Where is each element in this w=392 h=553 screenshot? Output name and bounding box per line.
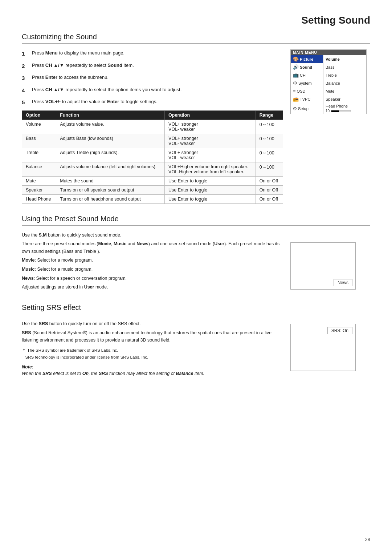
- step-3: 3 Press Enter to access the submenu.: [22, 74, 283, 82]
- section1-main: 1 Press Menu to display the menu main pa…: [22, 49, 283, 204]
- vol-value: 10: [326, 109, 330, 113]
- menu-row-osd: ≡ OSD Mute: [291, 87, 366, 95]
- news-box: News: [290, 242, 356, 290]
- submenu-mute-label: Mute: [326, 89, 334, 93]
- menu-label-osd: OSD: [297, 89, 306, 93]
- srs-p2: SRS (Sound Retrieval System®) is an audi…: [22, 329, 283, 344]
- menu-label-setup: Setup: [298, 106, 309, 111]
- preset-p4: Music: Select for a music program.: [22, 266, 283, 273]
- section2-heading: Using the Preset Sound Mode: [22, 215, 370, 223]
- submenu-volume-label: Volume: [326, 57, 340, 61]
- step-4-num: 4: [22, 86, 30, 95]
- section3-main: Use the SRS button to quickly turn on or…: [22, 320, 283, 377]
- step-2-text: Press CH ▲/▼ repeatedly to select Sound …: [32, 62, 134, 69]
- step-5-text: Press VOL+/- to adjust the value or Ente…: [32, 98, 158, 105]
- range-speaker: On or Off: [256, 185, 283, 194]
- menu-label-ch: CH: [300, 73, 306, 77]
- section1-divider: [22, 43, 370, 44]
- note-label: Note:: [22, 364, 283, 370]
- preset-p5: News: Select for a speech or conversatio…: [22, 275, 283, 282]
- vol-bar: [331, 110, 351, 112]
- table-row: Volume Adjusts volume value. VOL+ strong…: [22, 120, 283, 134]
- page-number: 28: [365, 537, 370, 542]
- step-4-text: Press CH ▲/▼ repeatedly to select the op…: [32, 86, 181, 93]
- vol-fill: [331, 110, 339, 112]
- table-row: Treble Adjusts Treble (high sounds). VOL…: [22, 148, 283, 162]
- srs-box: SRS: On: [290, 324, 356, 371]
- menu-submenu-mute: Mute: [323, 87, 336, 95]
- range-headphone: On or Off: [256, 194, 283, 203]
- section2-sidebar: News: [290, 231, 370, 292]
- preset-p6: Adjusted settings are stored in User mod…: [22, 283, 283, 291]
- menu-submenu-headphone: Head Phone 10: [323, 103, 353, 114]
- step-2-num: 2: [22, 62, 30, 70]
- main-menu-sidebar: MAIN MENU 🎨 Picture Volume 🔊 Sound Bass: [290, 49, 370, 204]
- menu-submenu-speaker: Speaker: [323, 95, 343, 103]
- menu-item-osd: ≡ OSD: [291, 87, 323, 95]
- function-treble: Adjusts Treble (high sounds).: [56, 148, 165, 162]
- table-header-option: Option: [22, 110, 56, 120]
- operation-headphone: Use Enter to toggle: [165, 194, 256, 203]
- table-row: Balance Adjusts volume balance (left and…: [22, 162, 283, 176]
- range-bass: 0～100: [256, 134, 283, 148]
- table-row: Mute Mutes the sound Use Enter to toggle…: [22, 176, 283, 185]
- menu-label-picture: Picture: [300, 57, 313, 61]
- menu-submenu-treble: Treble: [323, 71, 339, 79]
- submenu-balance-label: Balance: [326, 81, 340, 85]
- range-treble: 0～100: [256, 148, 283, 162]
- operation-speaker: Use Enter to toggle: [165, 185, 256, 194]
- option-balance: Balance: [22, 162, 56, 176]
- ch-icon: 📺: [293, 72, 299, 78]
- preset-p3: Movie: Select for a movie program.: [22, 257, 283, 264]
- menu-row-system: ⚙ System Balance: [291, 79, 366, 87]
- menu-item-sound: 🔊 Sound: [291, 63, 323, 71]
- menu-submenu-balance: Balance: [323, 79, 342, 87]
- srs-button: SRS: On: [327, 327, 352, 334]
- function-balance: Adjusts volume balance (left and right v…: [56, 162, 165, 176]
- option-treble: Treble: [22, 148, 56, 162]
- step-3-num: 3: [22, 74, 30, 82]
- table-header-function: Function: [56, 110, 165, 120]
- tvpc-icon: 📻: [293, 96, 299, 102]
- section1-heading: Customizing the Sound: [22, 33, 370, 41]
- page-title: Setting Sound: [22, 15, 370, 26]
- osd-icon: ≡: [293, 88, 296, 94]
- menu-submenu-bass: Bass: [323, 63, 336, 71]
- submenu-speaker-label: Speaker: [326, 97, 340, 101]
- setup-icon: ⊙: [293, 106, 297, 111]
- submenu-headphone-label: Head Phone: [326, 104, 351, 108]
- menu-row-picture: 🎨 Picture Volume: [291, 55, 366, 63]
- section2-body: Use the S.M button to quickly select sou…: [22, 231, 370, 292]
- preset-p1: Use the S.M button to quickly select sou…: [22, 231, 283, 239]
- table-row: Head Phone Turns on or off headphone sou…: [22, 194, 283, 203]
- section3-body: Use the SRS button to quickly turn on or…: [22, 320, 370, 377]
- menu-row-tvpc: 📻 TVPC Speaker: [291, 95, 366, 103]
- range-volume: 0～100: [256, 120, 283, 134]
- option-volume: Volume: [22, 120, 56, 134]
- option-mute: Mute: [22, 176, 56, 185]
- range-balance: 0～100: [256, 162, 283, 176]
- section1-body: 1 Press Menu to display the menu main pa…: [22, 49, 370, 204]
- menu-label-tvpc: TVPC: [300, 97, 310, 101]
- srs-trademark: ＊ The SRS symbol are trademark of SRS La…: [22, 347, 283, 361]
- system-icon: ⚙: [293, 80, 297, 86]
- sound-table: Option Function Operation Range Volume A…: [22, 110, 283, 204]
- menu-label-system: System: [298, 81, 312, 85]
- range-mute: On or Off: [256, 176, 283, 185]
- section3-divider: [22, 314, 370, 314]
- srs-text: Use the SRS button to quickly turn on or…: [22, 320, 283, 361]
- srs-p1: Use the SRS button to quickly turn on or…: [22, 320, 283, 328]
- note-text: When the SRS effect is set to On, the SR…: [22, 370, 283, 377]
- menu-label-sound: Sound: [300, 65, 312, 69]
- table-header-range: Range: [256, 110, 283, 120]
- step-2: 2 Press CH ▲/▼ repeatedly to select Soun…: [22, 62, 283, 70]
- preset-text: Use the S.M button to quickly select sou…: [22, 231, 283, 291]
- function-headphone: Turns on or off headphone sound output: [56, 194, 165, 203]
- option-bass: Bass: [22, 134, 56, 148]
- menu-item-system: ⚙ System: [291, 79, 323, 87]
- menu-submenu-volume: Volume: [323, 55, 342, 63]
- menu-item-picture: 🎨 Picture: [291, 55, 323, 63]
- option-headphone: Head Phone: [22, 194, 56, 203]
- function-bass: Adjusts Bass (low sounds): [56, 134, 165, 148]
- operation-volume: VOL+ strongerVOL- weaker: [165, 120, 256, 134]
